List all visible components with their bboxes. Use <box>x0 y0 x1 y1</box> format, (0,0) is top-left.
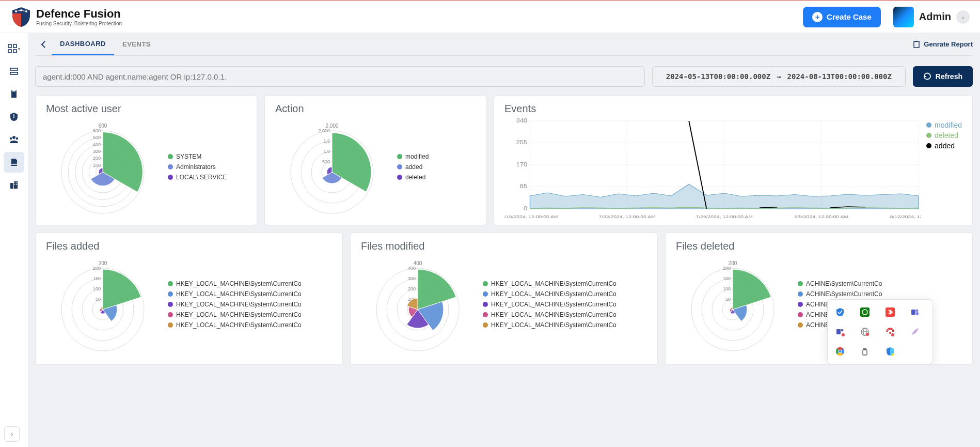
svg-rect-6 <box>13 50 17 53</box>
svg-rect-94 <box>860 307 870 317</box>
sidebar-item-server[interactable] <box>4 61 24 82</box>
svg-rect-19 <box>14 182 15 183</box>
svg-text:300: 300 <box>93 149 101 154</box>
date-range-picker[interactable]: 2024-05-13T00:00:00.000Z → 2024-08-13T00… <box>652 66 906 87</box>
svg-text:100: 100 <box>723 286 731 291</box>
svg-rect-23 <box>914 41 919 48</box>
arrow-right-icon: → <box>777 72 781 81</box>
tab-events[interactable]: EVENTS <box>114 33 159 55</box>
svg-text:7/29/2024, 12:00:00 AM: 7/29/2024, 12:00:00 AM <box>696 214 752 219</box>
legend-item[interactable]: added <box>926 142 962 150</box>
logo-shield-icon <box>10 6 32 28</box>
tray-app-usb[interactable] <box>860 346 870 357</box>
tray-app-defender[interactable]: ! <box>885 346 895 357</box>
refresh-button[interactable]: Refresh <box>913 66 973 87</box>
chevron-down-icon[interactable]: ⌄ <box>956 10 970 24</box>
legend-item[interactable]: ACHINE\System\CurrentCo <box>798 290 882 298</box>
query-input[interactable] <box>35 66 645 87</box>
svg-rect-16 <box>11 165 17 166</box>
svg-rect-7 <box>10 68 18 70</box>
sidebar: i › <box>0 33 28 447</box>
card-title: Events <box>504 103 962 115</box>
tab-dashboard[interactable]: DASHBOARD <box>52 33 114 55</box>
svg-text:2,000: 2,000 <box>318 128 330 133</box>
events-chart: 3402551708507/15/2024, 12:00:00 AM7/22/2… <box>504 118 921 221</box>
svg-point-101 <box>841 329 844 332</box>
svg-text:600: 600 <box>99 123 107 129</box>
chart-legend: SYSTEMAdministratorsLOCAL\ SERVICE <box>168 153 227 181</box>
svg-text:i: i <box>13 114 15 119</box>
svg-text:340: 340 <box>516 118 528 124</box>
sidebar-item-buildings[interactable] <box>4 175 24 195</box>
svg-rect-15 <box>11 163 17 164</box>
grid-icon <box>8 44 17 53</box>
back-button[interactable] <box>35 36 52 53</box>
legend-item[interactable]: LOCAL\ SERVICE <box>168 174 227 181</box>
svg-text:!: ! <box>892 353 893 356</box>
svg-text:200: 200 <box>408 286 416 291</box>
legend-item[interactable]: deleted <box>926 131 962 140</box>
chart-legend: HKEY_LOCAL_MACHINE\System\CurrentCoHKEY_… <box>168 280 302 329</box>
date-from: 2024-05-13T00:00:00.000Z <box>666 72 770 81</box>
sidebar-item-groups[interactable] <box>4 129 24 150</box>
svg-rect-100 <box>836 329 841 334</box>
most-active-user-chart: 100200300400500600600 <box>46 115 160 219</box>
tray-app-teams-alt[interactable] <box>835 327 845 337</box>
sidebar-expand-button[interactable]: › <box>4 426 20 442</box>
legend-item[interactable]: HKEY_LOCAL_MACHINE\System\CurrentCo <box>168 311 302 318</box>
sidebar-item-files[interactable] <box>4 152 24 173</box>
legend-item[interactable]: ACHINE\System\CurrentCo <box>798 280 882 287</box>
sidebar-item-dashboard[interactable] <box>4 38 24 59</box>
legend-item[interactable]: HKEY_LOCAL_MACHINE\System\CurrentCo <box>483 321 617 329</box>
generate-report-button[interactable]: Genrate Report <box>912 40 973 49</box>
building-icon <box>9 180 19 190</box>
tray-app-security[interactable] <box>835 307 845 317</box>
legend-item[interactable]: HKEY_LOCAL_MACHINE\System\CurrentCo <box>483 280 617 287</box>
card-files-added: Files added 50100150200200 HKEY_LOCAL_MA… <box>35 233 343 365</box>
legend-item[interactable]: HKEY_LOCAL_MACHINE\System\CurrentCo <box>168 290 302 298</box>
svg-text:200: 200 <box>99 260 107 266</box>
generate-report-label: Genrate Report <box>924 40 973 48</box>
tray-app-chrome[interactable] <box>835 346 845 357</box>
legend-item[interactable]: HKEY_LOCAL_MACHINE\System\CurrentCo <box>168 301 302 308</box>
legend-item[interactable]: deleted <box>397 174 429 181</box>
files-modified-chart: 100200300400400 <box>361 253 475 356</box>
legend-item[interactable]: HKEY_LOCAL_MACHINE\System\CurrentCo <box>483 301 617 308</box>
legend-item[interactable]: modified <box>926 121 962 129</box>
files-deleted-chart: 50100150200200 <box>676 253 789 356</box>
clipboard-icon <box>912 40 921 49</box>
logo[interactable]: Defence Fusion Fusing Security, Bolsteri… <box>10 6 122 28</box>
tray-app-globe[interactable] <box>860 327 870 337</box>
chevron-right-icon: › <box>10 429 13 439</box>
server-icon <box>9 67 19 76</box>
chart-legend: HKEY_LOCAL_MACHINE\System\CurrentCoHKEY_… <box>483 280 617 329</box>
sidebar-item-clipboard[interactable] <box>4 84 24 104</box>
date-to: 2024-08-13T00:00:00.000Z <box>787 72 892 81</box>
legend-item[interactable]: modified <box>397 153 429 160</box>
svg-text:8/12/2024, 12:00:00 AM: 8/12/2024, 12:00:00 AM <box>890 214 921 219</box>
legend-item[interactable]: added <box>397 163 429 171</box>
legend-item[interactable]: HKEY_LOCAL_MACHINE\System\CurrentCo <box>483 290 617 298</box>
svg-text:1,5: 1,5 <box>323 138 330 144</box>
legend-item[interactable]: HKEY_LOCAL_MACHINE\System\CurrentCo <box>168 321 302 329</box>
logo-subtitle: Fusing Security, Bolstering Protection <box>36 21 122 26</box>
tray-app-podcast[interactable] <box>885 327 895 337</box>
legend-item[interactable]: SYSTEM <box>168 153 227 160</box>
svg-point-102 <box>842 333 845 336</box>
create-case-button[interactable]: + Create Case <box>803 7 881 27</box>
legend-item[interactable]: HKEY_LOCAL_MACHINE\System\CurrentCo <box>168 280 302 287</box>
legend-item[interactable]: Administrators <box>168 163 227 171</box>
sidebar-item-info[interactable]: i <box>4 106 24 127</box>
shield-info-icon: i <box>9 112 19 121</box>
tray-app-feather[interactable] <box>910 327 920 337</box>
svg-text:170: 170 <box>516 162 528 167</box>
tray-app-xbox[interactable] <box>860 307 870 317</box>
tabs-bar: DASHBOARD EVENTS Genrate Report <box>35 33 973 56</box>
tray-app-teams[interactable] <box>910 307 920 317</box>
legend-item[interactable]: HKEY_LOCAL_MACHINE\System\CurrentCo <box>483 311 617 318</box>
tray-app-anydesk[interactable] <box>885 307 895 317</box>
svg-text:400: 400 <box>414 260 422 266</box>
user-menu[interactable]: Admin ⌄ <box>893 7 970 27</box>
refresh-label: Refresh <box>936 72 962 81</box>
svg-text:400: 400 <box>408 266 416 271</box>
